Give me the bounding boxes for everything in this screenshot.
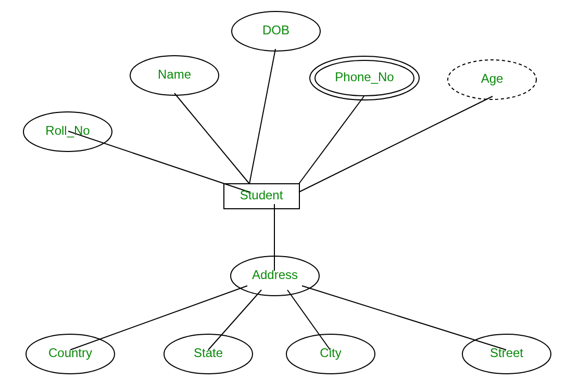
- attribute-state-label: State: [194, 346, 223, 360]
- attribute-age: Age: [448, 60, 536, 99]
- attribute-street-label: Street: [490, 346, 523, 360]
- edge-address-country: [70, 286, 247, 350]
- attribute-rollno-label: Roll_No: [45, 123, 90, 137]
- attribute-name: Name: [130, 56, 219, 95]
- edge-student-dob: [249, 49, 275, 184]
- edge-student-phoneno: [299, 96, 364, 184]
- attribute-age-label: Age: [481, 71, 504, 85]
- edge-address-state: [208, 290, 261, 350]
- attribute-name-label: Name: [158, 67, 191, 81]
- attribute-country-label: Country: [48, 346, 92, 360]
- attribute-state: State: [164, 334, 253, 374]
- attribute-dob-label: DOB: [262, 23, 290, 37]
- edge-address-city: [287, 290, 330, 350]
- entity-student-label: Student: [240, 188, 283, 202]
- attribute-rollno: Roll_No: [23, 112, 112, 151]
- attribute-city-label: City: [320, 346, 341, 360]
- edge-student-rollno: [68, 131, 249, 192]
- er-diagram: Student Roll_No Name DOB Phone_No Age Ad…: [0, 0, 579, 392]
- attribute-address-label: Address: [252, 268, 298, 282]
- attribute-phoneno: Phone_No: [310, 56, 419, 100]
- attribute-city: City: [286, 334, 375, 374]
- attribute-street: Street: [462, 334, 551, 374]
- attribute-dob: DOB: [232, 11, 320, 51]
- attribute-country: Country: [26, 334, 115, 374]
- attribute-phoneno-label: Phone_No: [335, 70, 394, 84]
